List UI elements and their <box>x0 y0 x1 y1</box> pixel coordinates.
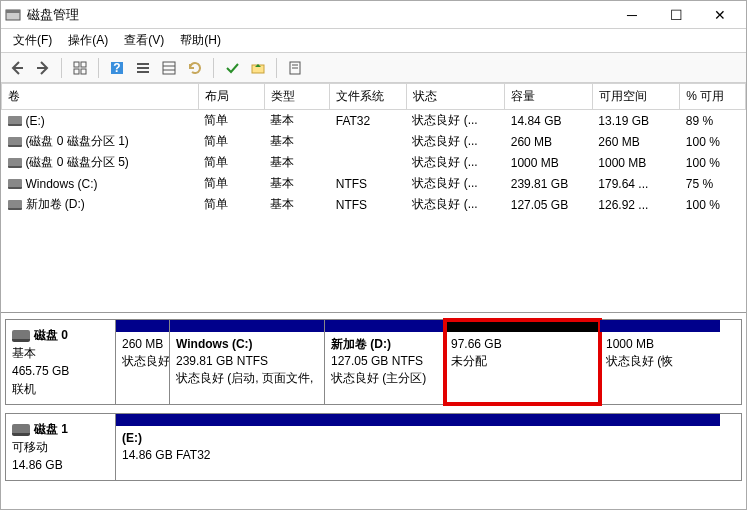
partition-line: 新加卷 (D:) <box>331 336 438 353</box>
svg-rect-4 <box>74 69 79 74</box>
svg-rect-2 <box>74 62 79 67</box>
volume-cell: NTFS <box>330 173 407 194</box>
maximize-button[interactable]: ☐ <box>654 2 698 28</box>
partition-line: 状态良好 <box>122 353 163 370</box>
minimize-button[interactable]: ─ <box>610 2 654 28</box>
forward-button[interactable] <box>31 56 55 80</box>
volume-row[interactable]: (磁盘 0 磁盘分区 5)简单基本状态良好 (...1000 MB1000 MB… <box>2 152 746 173</box>
disk-info-line: 基本 <box>12 344 109 362</box>
volume-cell: 100 % <box>680 194 746 215</box>
volume-cell: 简单 <box>198 194 264 215</box>
folder-up-button[interactable] <box>246 56 270 80</box>
svg-rect-11 <box>163 62 175 74</box>
disk-info: 磁盘 0基本465.75 GB联机 <box>5 319 115 405</box>
volume-row[interactable]: (E:)简单基本FAT32状态良好 (...14.84 GB13.19 GB89… <box>2 110 746 132</box>
partition-block[interactable]: 260 MB状态良好 <box>116 320 170 404</box>
partition-line: 260 MB <box>122 336 163 353</box>
partition-line: 状态良好 (恢 <box>606 353 714 370</box>
column-header[interactable]: 卷 <box>2 84 199 110</box>
volume-cell: 状态良好 (... <box>406 152 504 173</box>
volume-icon <box>8 116 22 126</box>
svg-rect-9 <box>137 67 149 69</box>
volume-cell: 260 MB <box>592 131 680 152</box>
volume-cell: 基本 <box>264 110 330 132</box>
volume-cell: 13.19 GB <box>592 110 680 132</box>
partition-header-bar <box>445 320 599 332</box>
disk-info-line: 可移动 <box>12 438 109 456</box>
disk-icon <box>12 424 30 436</box>
volume-cell <box>330 152 407 173</box>
volume-icon <box>8 137 22 147</box>
column-header[interactable]: 状态 <box>406 84 504 110</box>
view-grid-button[interactable] <box>68 56 92 80</box>
partition-header-bar <box>325 320 444 332</box>
partition-line: 127.05 GB NTFS <box>331 353 438 370</box>
volume-cell: 100 % <box>680 152 746 173</box>
svg-rect-3 <box>81 62 86 67</box>
detail-button[interactable] <box>157 56 181 80</box>
disk-info-line: 14.86 GB <box>12 456 109 474</box>
volume-row[interactable]: (磁盘 0 磁盘分区 1)简单基本状态良好 (...260 MB260 MB10… <box>2 131 746 152</box>
volume-icon <box>8 200 22 210</box>
volume-cell: 新加卷 (D:) <box>2 194 199 215</box>
volume-icon <box>8 179 22 189</box>
close-button[interactable]: ✕ <box>698 2 742 28</box>
partition-line: 97.66 GB <box>451 336 593 353</box>
partition-block-unallocated[interactable]: 97.66 GB未分配 <box>445 320 600 404</box>
volume-cell: 状态良好 (... <box>406 131 504 152</box>
menu-bar: 文件(F) 操作(A) 查看(V) 帮助(H) <box>1 29 746 53</box>
partition-block[interactable]: 1000 MB状态良好 (恢 <box>600 320 720 404</box>
partition-block[interactable]: Windows (C:)239.81 GB NTFS状态良好 (启动, 页面文件… <box>170 320 325 404</box>
svg-text:?: ? <box>113 61 120 75</box>
properties-button[interactable] <box>283 56 307 80</box>
volume-cell: (磁盘 0 磁盘分区 5) <box>2 152 199 173</box>
disk-icon <box>12 330 30 342</box>
column-header[interactable]: 可用空间 <box>592 84 680 110</box>
window-title: 磁盘管理 <box>27 6 610 24</box>
volume-cell: 89 % <box>680 110 746 132</box>
volume-cell: 简单 <box>198 110 264 132</box>
volume-cell: 14.84 GB <box>505 110 593 132</box>
volume-cell: NTFS <box>330 194 407 215</box>
column-header[interactable]: 文件系统 <box>330 84 407 110</box>
column-header[interactable]: 容量 <box>505 84 593 110</box>
help-button[interactable]: ? <box>105 56 129 80</box>
volume-cell: 基本 <box>264 173 330 194</box>
volume-cell: 1000 MB <box>505 152 593 173</box>
menu-file[interactable]: 文件(F) <box>5 29 60 52</box>
column-header[interactable]: 类型 <box>264 84 330 110</box>
volume-row[interactable]: 新加卷 (D:)简单基本NTFS状态良好 (...127.05 GB126.92… <box>2 194 746 215</box>
volume-cell: (磁盘 0 磁盘分区 1) <box>2 131 199 152</box>
disk-row[interactable]: 磁盘 1可移动14.86 GB(E:)14.86 GB FAT32 <box>5 413 742 481</box>
volume-list[interactable]: 卷布局类型文件系统状态容量可用空间% 可用 (E:)简单基本FAT32状态良好 … <box>1 83 746 313</box>
volume-cell: 基本 <box>264 194 330 215</box>
disk-layout-panel[interactable]: 磁盘 0基本465.75 GB联机260 MB状态良好Windows (C:)2… <box>1 313 746 495</box>
volume-cell: 1000 MB <box>592 152 680 173</box>
partition-block[interactable]: (E:)14.86 GB FAT32 <box>116 414 720 480</box>
partition-line: 未分配 <box>451 353 593 370</box>
list-button[interactable] <box>131 56 155 80</box>
back-button[interactable] <box>5 56 29 80</box>
disk-info: 磁盘 1可移动14.86 GB <box>5 413 115 481</box>
volume-cell: 239.81 GB <box>505 173 593 194</box>
svg-rect-8 <box>137 63 149 65</box>
volume-cell <box>330 131 407 152</box>
menu-view[interactable]: 查看(V) <box>116 29 172 52</box>
partition-line: (E:) <box>122 430 714 447</box>
partition-line: 状态良好 (主分区) <box>331 370 438 387</box>
partition-line: Windows (C:) <box>176 336 318 353</box>
column-header[interactable]: 布局 <box>198 84 264 110</box>
menu-help[interactable]: 帮助(H) <box>172 29 229 52</box>
volume-cell: 100 % <box>680 131 746 152</box>
partition-line: 状态良好 (启动, 页面文件, <box>176 370 318 387</box>
volume-row[interactable]: Windows (C:)简单基本NTFS状态良好 (...239.81 GB17… <box>2 173 746 194</box>
partition-block[interactable]: 新加卷 (D:)127.05 GB NTFS状态良好 (主分区) <box>325 320 445 404</box>
column-header[interactable]: % 可用 <box>680 84 746 110</box>
partition-header-bar <box>170 320 324 332</box>
refresh-button[interactable] <box>183 56 207 80</box>
volume-cell: 状态良好 (... <box>406 110 504 132</box>
partition-line: 1000 MB <box>606 336 714 353</box>
menu-action[interactable]: 操作(A) <box>60 29 116 52</box>
action-check-button[interactable] <box>220 56 244 80</box>
disk-row[interactable]: 磁盘 0基本465.75 GB联机260 MB状态良好Windows (C:)2… <box>5 319 742 405</box>
